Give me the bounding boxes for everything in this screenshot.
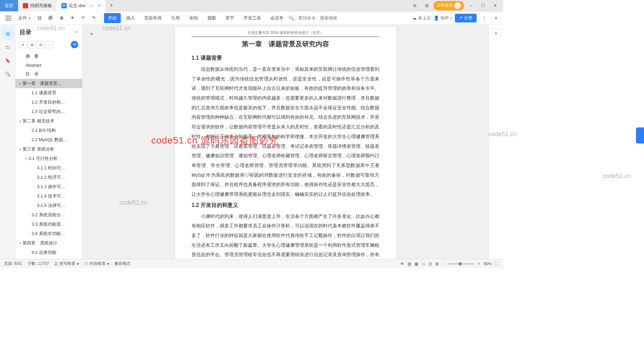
minimize-button[interactable]: ─ — [466, 1, 476, 10]
watermark: code51.cn — [103, 25, 130, 32]
preview-icon[interactable]: 👁 — [68, 14, 77, 22]
login-button[interactable]: 立即登录 — [433, 1, 464, 10]
outline-item[interactable]: ▾第三章 系统分析 — [15, 145, 82, 154]
tab-close-icon[interactable]: × — [98, 3, 101, 9]
collab-button[interactable]: 👤协作▾ — [434, 15, 452, 21]
zoom-level[interactable]: 80% — [484, 262, 492, 266]
zoom-out-button[interactable]: − — [442, 262, 444, 266]
outline-item[interactable]: 目 录 — [15, 69, 82, 79]
fullscreen-icon[interactable]: ⛶ — [495, 262, 499, 266]
folder-icon[interactable]: 🗀 — [2, 41, 14, 53]
outline-item[interactable]: 1.3 论文研究内… — [15, 107, 82, 116]
reading-icon[interactable]: ⊡ — [429, 262, 432, 266]
bookmark-icon[interactable]: 🔖 — [2, 54, 14, 66]
more-icon[interactable]: ⋮ — [479, 14, 489, 22]
section-1-2-body: 小康时代的到来，使得人们满意度上升，生活各个方面都产生了许多变化，比如办公都有相… — [192, 212, 379, 259]
save-icon[interactable]: 🖫 — [35, 14, 44, 22]
share-icon: ↗ — [459, 15, 463, 20]
outline-item[interactable]: ▾3.1 可行性分析 — [15, 154, 82, 163]
expand-icon[interactable]: ∧ — [492, 14, 500, 22]
tab-bar: 首页 找稻壳模板 W 论文.doc ▭ × + ⧉ ⊞ 立即登录 ─ ☐ ✕ — [0, 0, 503, 11]
collapse-all-icon[interactable]: ▾ — [19, 41, 27, 48]
outline-item[interactable]: Abstract — [15, 61, 82, 69]
view-page-icon[interactable]: ▤ — [408, 262, 411, 266]
view-outline-icon[interactable]: ▭ — [422, 262, 425, 266]
menu-layout[interactable]: 页面布局 — [140, 13, 166, 23]
menu-view[interactable]: 视图 — [203, 13, 220, 23]
outline-item[interactable]: 3.4 系统非功能… — [15, 229, 82, 238]
outline-list: 摘 要Abstract目 录▾第一章 课题背景…1.1 课题背景1.2 开发目的… — [15, 50, 82, 259]
tab-template[interactable]: 找稻壳模板 — [18, 0, 57, 11]
menu-start[interactable]: 开始 — [104, 13, 121, 23]
outline-item[interactable]: 3.1.2 经济可… — [15, 173, 82, 182]
spellcheck-button[interactable]: ☑拼写检查 ▾ — [54, 261, 79, 267]
menu-review[interactable]: 审阅 — [185, 13, 202, 23]
page-marker-icon[interactable]: 📄▾ — [85, 32, 93, 37]
apps-icon[interactable]: ⊞ — [421, 1, 432, 10]
menu-devtools[interactable]: 开发工具 — [239, 13, 265, 23]
expand-icon[interactable]: ⊞ — [28, 41, 36, 48]
toolbar: 文件 ▾ 🖫 🗐 🖶 👁 ↶ ↷ 开始 插入 页面布局 引用 审阅 视图 章节 … — [0, 11, 503, 25]
menu-chapter[interactable]: 章节 — [221, 13, 238, 23]
outline-item[interactable]: 3.1.1 时间可… — [15, 163, 82, 173]
outline-item[interactable]: 1.1 课题背景 — [15, 88, 82, 98]
document-area[interactable]: 📄▾ code51.cn code51.cn code51.cn code51.… — [83, 25, 488, 259]
find-icon[interactable]: 🔍 — [2, 68, 14, 80]
template-icon — [23, 3, 28, 8]
avatar-icon — [454, 2, 461, 9]
outline-icon[interactable]: ▤ — [2, 27, 14, 40]
outline-item[interactable]: 4.2 系统模块设… — [15, 257, 82, 259]
zoom-in-button[interactable]: + — [478, 262, 480, 266]
outline-item[interactable]: ▾第二章 相关技术 — [15, 116, 82, 126]
panel-toggle-icon[interactable]: ≡ — [491, 28, 501, 38]
tab-document[interactable]: W 论文.doc ▭ × — [57, 0, 106, 11]
menu-insert[interactable]: 插入 — [122, 13, 139, 23]
outline-item[interactable]: 4.1 总体功能 — [15, 248, 82, 257]
redo-icon[interactable]: ↷ — [89, 14, 98, 22]
zoom-fit-icon[interactable]: ⊞ — [435, 262, 439, 266]
collapse-icon[interactable]: ⊟ — [37, 41, 44, 48]
outline-item[interactable]: 1.2 开发目的和… — [15, 98, 82, 107]
maximize-button[interactable]: ☐ — [478, 1, 488, 10]
search-input[interactable] — [296, 14, 357, 22]
outline-item[interactable]: 3.3 系统功能需… — [15, 220, 82, 229]
menu-member[interactable]: 会员专 — [266, 13, 287, 23]
share-button[interactable]: ↗分享 — [455, 14, 477, 22]
layout-icon[interactable]: ⧉ — [409, 1, 420, 10]
check-icon: ☑ — [54, 262, 58, 266]
menu-reference[interactable]: 引用 — [167, 13, 184, 23]
sync-icon[interactable]: ⟲ — [71, 41, 78, 48]
page-indicator[interactable]: 页面: 6/31 — [4, 261, 22, 267]
save-as-icon[interactable]: 🗐 — [46, 14, 55, 22]
outline-item[interactable]: 3.2 系统流程分… — [15, 210, 82, 220]
cloud-icon: ☁ — [412, 15, 417, 20]
eye-icon[interactable]: 👁 — [400, 262, 404, 266]
outline-item[interactable]: 3.1.5 法律可… — [15, 201, 82, 210]
outline-item[interactable]: 2.2 MySQL 数据… — [15, 135, 82, 145]
document-page: 大连交通大学 2019 届本科生毕业设计（论文） 第一章 课题背景及研究内容 1… — [175, 27, 396, 259]
outline-item[interactable]: 摘 要 — [15, 52, 82, 61]
outline-item[interactable]: ▾第一章 课题背景… — [15, 79, 82, 88]
outline-title: 目录 — [19, 28, 32, 36]
minus-icon[interactable]: − — [46, 41, 53, 48]
undo-icon[interactable]: ↶ — [79, 14, 88, 22]
word-count[interactable]: 字数: 11707 — [28, 261, 49, 267]
file-menu[interactable]: 文件 ▾ — [15, 14, 33, 22]
outline-close-icon[interactable]: × — [75, 29, 78, 35]
right-panel: ≡ — [488, 25, 503, 259]
tab-split-icon[interactable]: ▭ — [89, 3, 93, 8]
zoom-slider[interactable] — [448, 263, 475, 265]
cloud-button[interactable]: ☁未上云 — [412, 15, 431, 21]
content-check-button[interactable]: 🛡内容检查 ▾ — [84, 261, 109, 267]
tab-home[interactable]: 首页 — [0, 0, 18, 11]
outline-item[interactable]: 3.1.4 技术可… — [15, 191, 82, 201]
menu-toggle[interactable] — [3, 14, 14, 22]
view-web-icon[interactable]: ▦ — [415, 262, 418, 266]
outline-item[interactable]: ▾第四章 系统设计 — [15, 238, 82, 248]
section-1-1-title: 1.1 课题背景 — [192, 55, 379, 62]
outline-item[interactable]: 3.1.3 操作可… — [15, 182, 82, 191]
tab-add-button[interactable]: + — [106, 2, 117, 9]
close-button[interactable]: ✕ — [490, 1, 500, 10]
outline-item[interactable]: 2.1 B/S 结构 — [15, 126, 82, 135]
print-icon[interactable]: 🖶 — [57, 14, 66, 22]
